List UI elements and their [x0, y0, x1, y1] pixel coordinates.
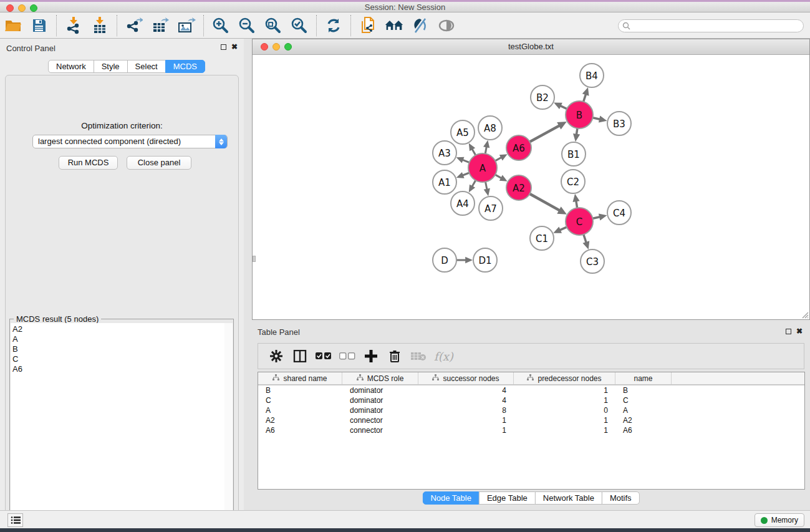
table-cell[interactable]: 8 [418, 405, 514, 415]
network-canvas[interactable]: B4B2BB3B1A5A8A6A3AA1A4A7A2C2C4CC1C3DD1 [253, 55, 809, 319]
result-item[interactable]: C [12, 354, 224, 364]
column-header-name[interactable]: name [615, 372, 672, 384]
table-cell[interactable]: 1 [418, 425, 514, 435]
splitter-handle[interactable] [253, 256, 256, 262]
run-mcds-button[interactable]: Run MCDS [59, 156, 118, 170]
table-cell[interactable]: A6 [615, 425, 672, 435]
column-header-MCDS-role[interactable]: MCDS role [342, 372, 418, 384]
table-cell[interactable]: 1 [514, 385, 615, 395]
table-cell[interactable]: dominator [342, 385, 418, 395]
search-field[interactable] [618, 19, 804, 32]
zoom-in-icon[interactable] [211, 16, 230, 35]
zoom-fit-icon[interactable] [264, 16, 282, 35]
network-window-titlebar[interactable]: testGlobe.txt [253, 39, 809, 55]
column-header-shared-name[interactable]: shared name [258, 372, 342, 384]
close-table-panel-icon[interactable]: ✖ [796, 327, 803, 336]
graph-edge[interactable] [494, 175, 502, 178]
graph-edge[interactable] [472, 180, 476, 187]
node-table[interactable]: shared nameMCDS rolesuccessor nodesprede… [258, 372, 805, 490]
table-row[interactable]: Adominator80A [258, 405, 804, 415]
table-cell[interactable]: 4 [418, 385, 514, 395]
copy-network-icon[interactable] [359, 16, 377, 35]
memory-button[interactable]: Memory [755, 513, 804, 527]
home-icon[interactable] [385, 16, 403, 35]
table-cell[interactable]: A6 [258, 425, 342, 435]
table-cell[interactable]: 0 [514, 405, 615, 415]
mcds-result-list[interactable]: A2ABCA6 [11, 323, 225, 529]
select-all-icon[interactable] [315, 347, 332, 365]
table-row[interactable]: Bdominator41B [258, 385, 804, 395]
float-panel-icon[interactable] [221, 44, 226, 50]
task-history-button[interactable] [7, 513, 23, 527]
zoom-out-icon[interactable] [238, 16, 256, 35]
import-network-icon[interactable] [64, 16, 83, 35]
hide-annotations-icon[interactable] [411, 16, 430, 35]
table-cell[interactable]: connector [342, 415, 418, 425]
result-item[interactable]: A2 [12, 324, 224, 334]
table-cell[interactable]: 4 [418, 395, 514, 405]
criterion-dropdown[interactable]: largest connected component (directed) [32, 135, 228, 148]
column-selector-icon[interactable] [291, 347, 309, 365]
table-cell[interactable]: C [615, 395, 672, 405]
graph-edge[interactable] [592, 117, 601, 119]
table-cell[interactable]: B [258, 385, 342, 395]
graph-edge[interactable] [494, 157, 502, 161]
graph-edge[interactable] [559, 227, 567, 231]
tab-network[interactable]: Network [48, 60, 94, 73]
export-network-icon[interactable] [125, 16, 143, 35]
show-hide-eye-icon[interactable] [437, 16, 456, 35]
close-panel-icon[interactable]: ✖ [231, 42, 238, 51]
tab-edge-table[interactable]: Edge Table [479, 491, 536, 505]
tab-style[interactable]: Style [94, 60, 128, 73]
zoom-selected-icon[interactable] [290, 16, 309, 35]
resize-grip-icon[interactable] [800, 310, 809, 319]
table-cell[interactable]: 1 [418, 415, 514, 425]
table-cell[interactable]: 1 [514, 395, 615, 405]
table-cell[interactable]: A [258, 405, 342, 415]
tab-node-table[interactable]: Node Table [422, 491, 480, 505]
table-row[interactable]: A6connector11A6 [258, 425, 804, 435]
tab-network-table[interactable]: Network Table [535, 491, 602, 505]
graph-edge[interactable] [560, 105, 567, 109]
export-table-icon[interactable] [151, 16, 170, 35]
refresh-icon[interactable] [324, 16, 343, 35]
tab-select[interactable]: Select [127, 60, 166, 73]
graph-edge[interactable] [485, 181, 487, 190]
table-cell[interactable]: 1 [514, 415, 615, 425]
table-cell[interactable]: 1 [514, 425, 615, 435]
save-session-icon[interactable] [30, 16, 49, 35]
table-cell[interactable]: C [258, 395, 342, 405]
table-cell[interactable]: A2 [258, 415, 342, 425]
table-cell[interactable]: A [615, 405, 672, 415]
clear-table-icon[interactable] [410, 347, 427, 365]
tab-motifs[interactable]: Motifs [602, 491, 640, 505]
table-row[interactable]: Cdominator41C [258, 395, 804, 405]
graph-edge[interactable] [462, 160, 470, 163]
deselect-all-icon[interactable] [339, 347, 356, 365]
table-cell[interactable]: dominator [342, 395, 418, 405]
table-row[interactable]: A2connector11A2 [258, 415, 804, 425]
column-header-successor-nodes[interactable]: successor nodes [418, 372, 514, 384]
graph-edge[interactable] [584, 234, 587, 243]
main-titlebar[interactable]: Session: New Session [0, 2, 810, 12]
table-cell[interactable]: dominator [342, 405, 418, 415]
graph-edge[interactable] [592, 217, 601, 219]
tab-mcds[interactable]: MCDS [165, 60, 205, 73]
delete-trash-icon[interactable] [386, 347, 403, 365]
import-table-icon[interactable] [90, 16, 109, 35]
result-item[interactable]: A [12, 334, 224, 344]
graph-edge[interactable] [472, 148, 476, 156]
table-cell[interactable]: connector [342, 425, 418, 435]
graph-edge[interactable] [529, 125, 560, 142]
float-table-panel-icon[interactable] [786, 329, 791, 334]
graph-edge[interactable] [529, 193, 561, 211]
open-file-icon[interactable] [4, 16, 22, 35]
export-image-icon[interactable] [177, 16, 196, 35]
result-list-scrollbar[interactable] [224, 323, 233, 529]
graph-edge[interactable] [462, 173, 470, 176]
settings-gear-icon[interactable] [268, 347, 285, 365]
graph-edge[interactable] [583, 94, 586, 102]
table-cell[interactable]: B [615, 385, 672, 395]
table-cell[interactable]: A2 [615, 415, 672, 425]
function-builder-icon[interactable]: f(x) [434, 350, 453, 363]
